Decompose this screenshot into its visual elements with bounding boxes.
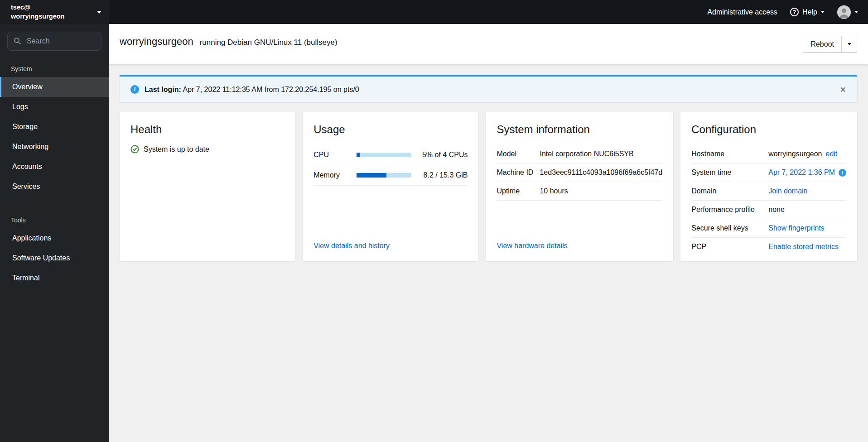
memory-usage-row: Memory 8.2 / 15.3 GiB [313, 165, 468, 186]
view-hardware-details-link[interactable]: View hardware details [497, 242, 662, 250]
machine-id-row: Machine ID 1ed3eec9111c4093a1096f69a6c5f… [497, 163, 662, 182]
masthead: Administrative access ? Help [109, 0, 868, 24]
sidebar-item-logs[interactable]: Logs [0, 97, 109, 117]
sidebar-item-networking[interactable]: Networking [0, 137, 109, 157]
sidebar-item-terminal[interactable]: Terminal [0, 268, 109, 288]
alert-text: Last login: Apr 7, 2022 11:12:35 AM from… [145, 86, 359, 94]
chevron-down-icon [821, 11, 825, 13]
health-status-row: System is up to date [130, 145, 285, 154]
model-value: Intel corporation NUC6i5SYB [540, 150, 633, 158]
title-line: worryingsurgeon running Debian GNU/Linux… [120, 36, 338, 48]
domain-label: Domain [691, 187, 768, 195]
nav-section-tools: Tools Applications Software Updates Term… [0, 210, 109, 288]
usage-card: Usage CPU 5% of 4 CPUs Memory 8.2 / 15.3… [303, 112, 478, 261]
chevron-down-icon [848, 43, 851, 45]
nav-section-system: System Overview Logs Storage Networking … [0, 59, 109, 197]
card-title: Configuration [691, 123, 846, 136]
view-details-history-link[interactable]: View details and history [313, 242, 468, 250]
enable-stored-metrics-link[interactable]: Enable stored metrics [768, 243, 839, 251]
card-title: System information [497, 123, 662, 136]
system-time-link[interactable]: Apr 7, 2022 1:36 PM [768, 168, 835, 177]
secure-shell-keys-row: Secure shell keys Show fingerprints [691, 219, 846, 238]
current-host: worryingsurgeon [11, 12, 64, 21]
avatar [837, 5, 851, 19]
pcp-label: PCP [691, 243, 768, 251]
help-label: Help [802, 8, 817, 16]
close-icon[interactable]: ✕ [837, 83, 849, 96]
page-header: worryingsurgeon running Debian GNU/Linux… [109, 24, 868, 64]
card-title: Health [130, 123, 285, 136]
join-domain-link[interactable]: Join domain [768, 187, 807, 195]
nav-section-label: Tools [0, 210, 109, 228]
app-window: tsec@ worryingsurgeon System Overview Lo… [0, 0, 868, 442]
reboot-dropdown-toggle[interactable] [841, 36, 857, 52]
cpu-label: CPU [313, 151, 357, 159]
show-fingerprints-link[interactable]: Show fingerprints [768, 224, 825, 232]
reboot-split-button: Reboot [803, 36, 857, 53]
page-title: worryingsurgeon [120, 36, 193, 48]
cpu-value: 5% of 4 CPUs [419, 151, 468, 159]
domain-value: Join domain [768, 187, 807, 195]
page-content: i Last login: Apr 7, 2022 11:12:35 AM fr… [109, 64, 868, 442]
sidebar-nav: System Overview Logs Storage Networking … [0, 54, 109, 442]
system-time-value: Apr 7, 2022 1:36 PM i [768, 168, 846, 177]
info-icon: i [130, 85, 139, 94]
model-row: Model Intel corporation NUC6i5SYB [497, 145, 662, 163]
search-icon [14, 37, 21, 45]
hostname-text: worryingsurgeon [768, 150, 822, 158]
current-user: tsec@ [11, 3, 64, 12]
memory-label: Memory [313, 171, 357, 179]
chevron-down-icon [854, 11, 858, 13]
system-time-label: System time [691, 168, 768, 177]
sidebar-item-applications[interactable]: Applications [0, 228, 109, 248]
chevron-down-icon [97, 11, 101, 14]
main-area: Administrative access ? Help worr [109, 0, 868, 442]
info-icon[interactable]: i [839, 169, 846, 177]
session-menu[interactable] [837, 5, 858, 19]
domain-row: Domain Join domain [691, 182, 846, 201]
secure-shell-keys-value: Show fingerprints [768, 224, 825, 232]
help-menu[interactable]: ? Help [790, 8, 825, 16]
cpu-progress-fill [357, 153, 360, 157]
check-circle-icon [130, 145, 139, 154]
hostname-row: Hostname worryingsurgeon edit [691, 145, 846, 163]
alert-title: Last login: [145, 86, 181, 93]
user-icon [837, 5, 851, 19]
edit-hostname-link[interactable]: edit [826, 150, 838, 158]
health-card: Health System is up to date [120, 112, 295, 261]
last-login-alert: i Last login: Apr 7, 2022 11:12:35 AM fr… [120, 75, 857, 102]
memory-value: 8.2 / 15.3 GiB [419, 171, 468, 179]
system-information-card: System information Model Intel corporati… [486, 112, 673, 261]
sidebar: tsec@ worryingsurgeon System Overview Lo… [0, 0, 109, 442]
performance-profile-value: none [768, 206, 785, 214]
uptime-value: 10 hours [540, 187, 568, 195]
alert-message: Apr 7, 2022 11:12:35 AM from 172.20.254.… [183, 86, 359, 93]
sidebar-item-overview[interactable]: Overview [0, 77, 109, 97]
system-time-row: System time Apr 7, 2022 1:36 PM i [691, 163, 846, 182]
uptime-row: Uptime 10 hours [497, 182, 662, 201]
performance-profile-row: Performance profile none [691, 201, 846, 219]
administrative-access-button[interactable]: Administrative access [707, 8, 777, 16]
secure-shell-keys-label: Secure shell keys [691, 224, 768, 232]
cpu-progress-bar [357, 153, 411, 157]
card-title: Usage [313, 123, 468, 136]
performance-profile-label: Performance profile [691, 206, 768, 214]
cpu-usage-row: CPU 5% of 4 CPUs [313, 145, 468, 165]
host-switcher-label: tsec@ worryingsurgeon [11, 3, 64, 21]
uptime-label: Uptime [497, 187, 540, 195]
sidebar-item-software-updates[interactable]: Software Updates [0, 248, 109, 268]
hostname-value: worryingsurgeon edit [768, 150, 837, 158]
cards-grid: Health System is up to date Usage CPU [120, 112, 857, 261]
hostname-label: Hostname [691, 150, 768, 158]
machine-id-label: Machine ID [497, 168, 540, 177]
host-switcher[interactable]: tsec@ worryingsurgeon [0, 0, 109, 24]
sidebar-item-storage[interactable]: Storage [0, 117, 109, 137]
search-container [0, 24, 109, 54]
nav-section-label: System [0, 59, 109, 77]
search-input[interactable] [7, 32, 101, 51]
sidebar-item-services[interactable]: Services [0, 177, 109, 197]
help-icon: ? [790, 8, 799, 16]
machine-id-value: 1ed3eec9111c4093a1096f69a6c5f47d [540, 168, 662, 177]
reboot-button[interactable]: Reboot [803, 36, 841, 52]
sidebar-item-accounts[interactable]: Accounts [0, 157, 109, 177]
